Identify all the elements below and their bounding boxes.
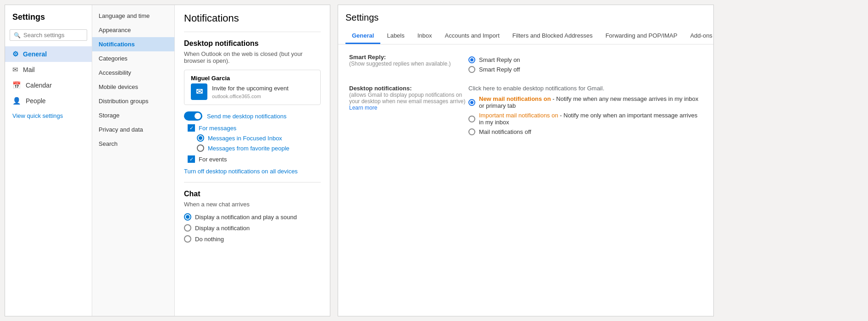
chat-subtitle: When a new chat arrives [184, 201, 321, 208]
gmail-tabs: General Labels Inbox Accounts and Import… [338, 28, 713, 44]
sidebar-left: Settings 🔍 ⚙ General ✉ Mail 📅 Calendar 👤… [5, 5, 92, 316]
focused-inbox-radio[interactable] [197, 134, 204, 142]
nav-item-people[interactable]: 👤 People [5, 93, 92, 109]
mid-item-storage[interactable]: Storage [92, 108, 174, 122]
mail-off-radio[interactable] [468, 128, 475, 135]
toggle-label: Send me desktop notifications [207, 113, 286, 120]
smart-reply-off-row: Smart Reply off [468, 66, 702, 73]
smart-reply-off-radio[interactable] [468, 66, 475, 73]
toggle-row: Send me desktop notifications [184, 111, 321, 121]
favorite-people-radio[interactable] [197, 144, 204, 152]
smart-reply-off-label: Smart Reply off [479, 66, 520, 73]
desktop-notif-label: Desktop notifications: [349, 85, 468, 92]
sidebar-mid: Language and time Appearance Notificatio… [92, 5, 175, 316]
smart-reply-label-area: Smart Reply: (Show suggested replies whe… [349, 54, 468, 67]
calendar-icon: 📅 [12, 81, 21, 89]
mid-item-privacy[interactable]: Privacy and data [92, 122, 174, 137]
desktop-notif-row: Desktop notifications: (allows Gmail to … [349, 85, 702, 138]
outlook-settings-panel: Settings 🔍 ⚙ General ✉ Mail 📅 Calendar 👤… [5, 5, 330, 316]
do-nothing-label: Do nothing [195, 236, 224, 243]
search-icon: 🔍 [14, 32, 21, 39]
display-only-label: Display a notification [195, 225, 250, 232]
nav-item-general[interactable]: ⚙ General [5, 46, 92, 62]
mid-item-appearance[interactable]: Appearance [92, 23, 174, 37]
mid-item-categories[interactable]: Categories [92, 51, 174, 66]
display-only-radio-row: Display a notification [184, 224, 321, 232]
mail-off-label: Mail notifications off [479, 128, 531, 135]
notif-card-message-area: Invite for the upcoming event outlook.of… [212, 85, 289, 99]
focused-inbox-radio-row: Messages in Focused Inbox [197, 134, 321, 142]
mid-item-mobile[interactable]: Mobile devices [92, 80, 174, 94]
tab-general[interactable]: General [345, 28, 380, 44]
nav-label-people: People [26, 97, 46, 105]
smart-reply-label: Smart Reply: [349, 54, 468, 61]
desktop-section-title: Desktop notifications [184, 39, 321, 48]
for-messages-checkbox[interactable]: ✓ [188, 124, 195, 132]
search-input[interactable] [23, 32, 83, 39]
new-mail-on-radio[interactable] [468, 99, 475, 106]
turn-off-link[interactable]: Turn off desktop notifications on all de… [184, 168, 298, 175]
chat-section: Chat When a new chat arrives Display a n… [184, 190, 321, 243]
do-nothing-radio[interactable] [184, 235, 191, 243]
view-quick-settings[interactable]: View quick settings [5, 109, 92, 123]
for-events-checkbox[interactable]: ✓ [188, 155, 195, 163]
tab-accounts[interactable]: Accounts and Import [439, 28, 506, 44]
notif-card-url: outlook.office365.com [212, 94, 289, 99]
notif-card-body: ✉ Invite for the upcoming event outlook.… [191, 83, 314, 100]
gmail-settings-title: Settings [338, 12, 713, 28]
divider-top [184, 32, 321, 32]
new-mail-on-row: New mail notifications on - Notify me wh… [468, 95, 702, 109]
smart-reply-sublabel: (Show suggested replies when available.) [349, 61, 468, 67]
notif-card-message: Invite for the upcoming event [212, 85, 289, 92]
do-nothing-radio-row: Do nothing [184, 235, 321, 243]
new-mail-on-label: New mail notifications on - Notify me wh… [479, 95, 702, 109]
important-mail-on-label: Important mail notifications on - Notify… [479, 112, 702, 126]
desktop-subtitle: When Outlook on the web is closed (but y… [184, 50, 321, 64]
mid-item-distribution[interactable]: Distribution groups [92, 94, 174, 108]
gmail-settings-panel: Settings General Labels Inbox Accounts a… [338, 5, 714, 316]
smart-reply-content: Smart Reply on Smart Reply off [468, 54, 702, 76]
display-sound-label: Display a notification and play a sound [195, 214, 297, 221]
outlook-settings-title: Settings [5, 9, 92, 28]
mid-item-search[interactable]: Search [92, 137, 174, 151]
main-content: Notifications Desktop notifications When… [175, 5, 330, 316]
gear-icon: ⚙ [12, 50, 18, 58]
nav-item-mail[interactable]: ✉ Mail [5, 62, 92, 77]
smart-reply-on-label: Smart Reply on [479, 56, 520, 63]
mid-item-lang-time[interactable]: Language and time [92, 9, 174, 23]
click-enable-text[interactable]: Click here to enable desktop notificatio… [468, 85, 702, 92]
chat-section-title: Chat [184, 190, 321, 198]
nav-label-mail: Mail [23, 66, 35, 73]
tab-inbox[interactable]: Inbox [411, 28, 439, 44]
mail-icon: ✉ [12, 66, 18, 74]
for-events-label: For events [199, 156, 227, 163]
tab-filters[interactable]: Filters and Blocked Addresses [506, 28, 599, 44]
tab-labels[interactable]: Labels [380, 28, 411, 44]
desktop-notif-toggle[interactable] [184, 111, 202, 121]
smart-reply-on-radio[interactable] [468, 56, 475, 63]
mail-off-row: Mail notifications off [468, 128, 702, 135]
divider-chat [184, 182, 321, 183]
notification-preview-card: Miguel Garcia ✉ Invite for the upcoming … [184, 70, 321, 105]
search-box[interactable]: 🔍 [10, 29, 87, 41]
learn-more-link[interactable]: Learn more [349, 105, 468, 111]
desktop-notif-content: Click here to enable desktop notificatio… [468, 85, 702, 138]
display-sound-radio[interactable] [184, 213, 191, 221]
tab-forwarding[interactable]: Forwarding and POP/IMAP [599, 28, 684, 44]
outlook-logo-icon: ✉ [191, 83, 207, 100]
page-title: Notifications [184, 12, 321, 24]
focused-inbox-label: Messages in Focused Inbox [208, 135, 282, 142]
gmail-body: Smart Reply: (Show suggested replies whe… [338, 44, 713, 156]
tab-addons[interactable]: Add-ons [684, 28, 713, 44]
smart-reply-row: Smart Reply: (Show suggested replies whe… [349, 54, 702, 76]
display-sound-radio-row: Display a notification and play a sound [184, 213, 321, 221]
mid-item-notifications[interactable]: Notifications [92, 37, 174, 51]
important-mail-on-row: Important mail notifications on - Notify… [468, 112, 702, 126]
nav-item-calendar[interactable]: 📅 Calendar [5, 77, 92, 93]
display-only-radio[interactable] [184, 224, 191, 232]
important-mail-on-radio[interactable] [468, 116, 475, 122]
mid-item-accessibility[interactable]: Accessibility [92, 66, 174, 80]
for-messages-label: For messages [199, 125, 236, 132]
people-icon: 👤 [12, 97, 21, 105]
for-events-checkbox-row: ✓ For events [188, 155, 321, 163]
